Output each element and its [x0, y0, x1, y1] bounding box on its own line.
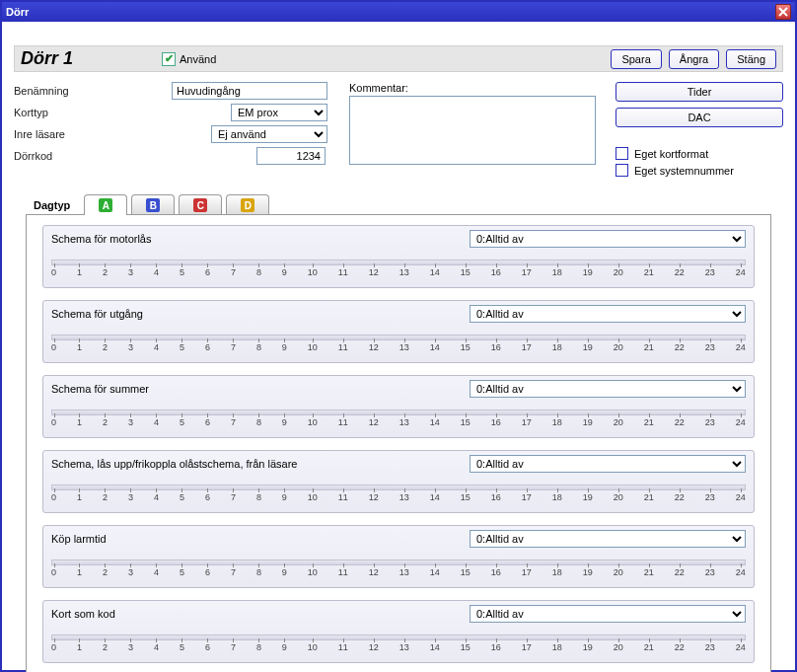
timeline[interactable]: 0123456789101112131415161718192021222324 — [51, 556, 746, 581]
comment-label: Kommentar: — [349, 82, 596, 94]
tick-label: 2 — [103, 567, 108, 577]
tab-b-icon: B — [146, 198, 160, 212]
tick-label: 20 — [614, 492, 623, 502]
tick-label: 8 — [256, 642, 261, 652]
tick-label: 12 — [369, 267, 379, 277]
tick-label: 1 — [77, 342, 82, 352]
checkmark-icon: ✔ — [162, 52, 176, 66]
tick-label: 11 — [338, 342, 348, 352]
titlebar: Dörr — [2, 2, 795, 22]
left-column: Benämning Korttyp EM prox Inre läsare Ej… — [14, 82, 329, 169]
schedule-header: Köp larmtid0:Alltid av — [43, 526, 754, 552]
timeline-ticks: 0123456789101112131415161718192021222324 — [51, 492, 746, 502]
tick-label: 20 — [614, 642, 623, 652]
tick-label: 8 — [256, 267, 261, 277]
tick-label: 12 — [369, 492, 379, 502]
schedule-header: Schema för motorlås0:Alltid av — [43, 226, 754, 252]
name-input[interactable] — [172, 82, 327, 100]
tick-label: 15 — [461, 342, 471, 352]
tick-label: 2 — [103, 492, 108, 502]
tick-label: 19 — [583, 492, 593, 502]
tick-label: 10 — [308, 417, 318, 427]
tick-label: 15 — [461, 417, 471, 427]
schedule-select[interactable]: 0:Alltid av — [470, 380, 746, 398]
tick-label: 10 — [308, 567, 318, 577]
timeline-ticks: 0123456789101112131415161718192021222324 — [51, 267, 746, 277]
tick-label: 17 — [522, 267, 532, 277]
tick-label: 12 — [369, 342, 379, 352]
tick-label: 6 — [205, 417, 210, 427]
tick-label: 18 — [552, 492, 562, 502]
tick-label: 18 — [552, 642, 562, 652]
timeline-ticks: 0123456789101112131415161718192021222324 — [51, 417, 746, 427]
daytype-label: Dagtyp — [34, 199, 70, 211]
cardtype-select[interactable]: EM prox — [231, 104, 327, 121]
close-icon[interactable] — [775, 4, 791, 20]
tick-label: 8 — [256, 342, 261, 352]
tick-label: 0 — [51, 492, 56, 502]
schedule-block: Köp larmtid0:Alltid av012345678910111213… — [42, 525, 755, 588]
tick-label: 21 — [644, 642, 654, 652]
tick-label: 12 — [369, 567, 379, 577]
timeline[interactable]: 0123456789101112131415161718192021222324 — [51, 406, 746, 431]
schedule-select[interactable]: 0:Alltid av — [470, 305, 746, 323]
tick-label: 5 — [180, 492, 184, 502]
tick-label: 22 — [675, 642, 685, 652]
tab-a[interactable]: A — [84, 194, 127, 215]
timeline[interactable]: 0123456789101112131415161718192021222324 — [51, 256, 746, 281]
tick-label: 14 — [430, 642, 440, 652]
own-cardformat-checkbox[interactable]: Eget kortformat — [616, 147, 783, 160]
tab-b[interactable]: B — [131, 194, 175, 215]
tick-label: 16 — [491, 417, 501, 427]
timeline[interactable]: 0123456789101112131415161718192021222324 — [51, 331, 746, 356]
tab-c[interactable]: C — [179, 194, 222, 215]
schedule-select[interactable]: 0:Alltid av — [470, 455, 746, 473]
schedule-select[interactable]: 0:Alltid av — [470, 230, 746, 248]
door-name: Dörr 1 — [21, 48, 73, 69]
times-button[interactable]: Tider — [616, 82, 783, 102]
tick-label: 1 — [77, 642, 82, 652]
schedule-select[interactable]: 0:Alltid av — [470, 605, 746, 623]
tab-d[interactable]: D — [226, 194, 269, 215]
doorcode-input[interactable] — [256, 147, 326, 165]
tick-label: 23 — [705, 492, 715, 502]
tick-label: 18 — [552, 267, 562, 277]
right-column: Tider DAC Eget kortformat Eget systemnum… — [616, 82, 783, 177]
tick-label: 9 — [282, 492, 287, 502]
innerreader-select[interactable]: Ej använd — [211, 125, 327, 143]
timeline[interactable]: 0123456789101112131415161718192021222324 — [51, 481, 746, 506]
close-button[interactable]: Stäng — [726, 49, 776, 69]
timeline[interactable]: 0123456789101112131415161718192021222324 — [51, 631, 746, 656]
tab-d-icon: D — [241, 198, 254, 212]
use-checkbox[interactable]: ✔ Använd — [162, 52, 216, 66]
tick-label: 13 — [399, 642, 409, 652]
tick-label: 16 — [491, 267, 501, 277]
dac-button[interactable]: DAC — [616, 108, 783, 127]
tick-label: 0 — [51, 267, 56, 277]
own-systemnumber-checkbox[interactable]: Eget systemnummer — [616, 164, 783, 177]
tick-label: 23 — [705, 267, 715, 277]
schedule-block: Schema, lås upp/frikoppla olåstschema, f… — [42, 450, 755, 513]
tick-label: 21 — [644, 342, 654, 352]
header-buttons: Spara Ångra Stäng — [607, 49, 776, 69]
tick-label: 3 — [128, 267, 133, 277]
undo-button[interactable]: Ångra — [669, 49, 719, 69]
schedule-select[interactable]: 0:Alltid av — [470, 530, 746, 548]
tick-label: 11 — [338, 567, 348, 577]
tick-label: 20 — [614, 267, 623, 277]
tick-label: 17 — [522, 417, 532, 427]
use-label: Använd — [180, 53, 216, 65]
comment-textarea[interactable] — [349, 96, 596, 165]
tick-label: 18 — [552, 567, 562, 577]
tick-label: 2 — [103, 642, 108, 652]
schedule-block: Kort som kod0:Alltid av01234567891011121… — [42, 600, 755, 663]
tick-label: 3 — [128, 567, 133, 577]
tick-label: 3 — [128, 642, 133, 652]
tick-label: 0 — [51, 567, 56, 577]
save-button[interactable]: Spara — [611, 49, 661, 69]
schedule-header: Kort som kod0:Alltid av — [43, 601, 754, 627]
schedule-block: Schema för motorlås0:Alltid av0123456789… — [42, 225, 755, 288]
tick-label: 17 — [522, 492, 532, 502]
tick-label: 1 — [77, 567, 82, 577]
tab-c-icon: C — [193, 198, 207, 212]
